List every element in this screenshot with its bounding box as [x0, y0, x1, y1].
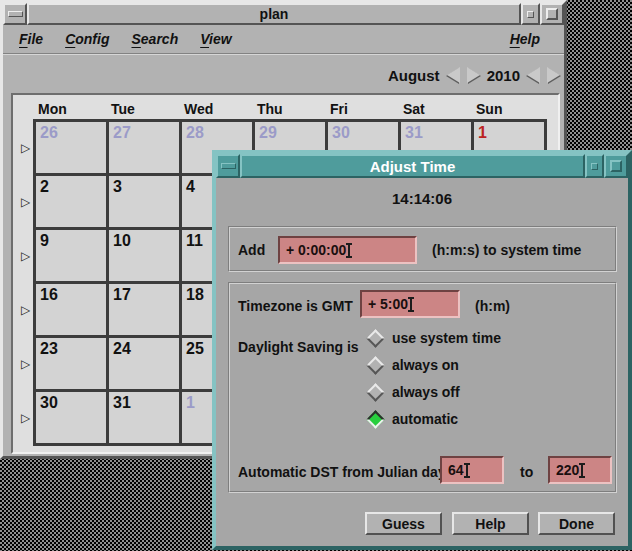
- dialog-titlebar[interactable]: Adjust Time: [216, 154, 628, 178]
- julian-from-field[interactable]: 64: [440, 456, 504, 484]
- week-expand-arrow-icon[interactable]: ▷: [21, 250, 30, 262]
- dialog-maximize-button[interactable]: [604, 154, 628, 178]
- dst-option-always-off[interactable]: always off: [366, 382, 501, 402]
- date-number: 26: [36, 122, 106, 142]
- menu-label-rest: iew: [209, 31, 232, 47]
- calendar-day-cell[interactable]: 24: [109, 338, 179, 389]
- prev-month-arrow-icon[interactable]: [447, 67, 460, 83]
- dialog-window-menu-button[interactable]: [216, 154, 240, 178]
- window-menu-icon: [8, 11, 23, 17]
- day-header-thu: Thu: [255, 101, 328, 117]
- calendar-day-cell[interactable]: 27: [109, 122, 179, 173]
- calendar-day-headers: MonTueWedThuFriSatSun: [36, 101, 547, 117]
- done-button[interactable]: Done: [538, 512, 615, 535]
- date-number: 31: [109, 392, 179, 412]
- plan-window-title: plan: [27, 3, 521, 25]
- date-number: 10: [109, 230, 179, 250]
- timezone-label: Timezone is GMT: [238, 298, 353, 314]
- julian-to-label: to: [520, 464, 533, 480]
- calendar-day-cell[interactable]: 16: [36, 284, 106, 335]
- date-number: 9: [36, 230, 106, 250]
- dialog-body: 14:14:06 Add + 0:00:00 (h:m:s) to system…: [216, 178, 628, 546]
- dst-option-label: always off: [392, 384, 460, 400]
- timezone-dst-group: Timezone is GMT + 5:00 (h:m) Daylight Sa…: [228, 282, 617, 493]
- date-number: 30: [328, 122, 398, 142]
- next-month-arrow-icon[interactable]: [467, 67, 480, 83]
- date-number: 2: [36, 176, 106, 196]
- date-number: 16: [36, 284, 106, 304]
- text-cursor-icon: [348, 244, 350, 257]
- maximize-icon: [610, 160, 622, 172]
- minimize-button[interactable]: [521, 3, 540, 25]
- menu-item-config[interactable]: Config: [65, 31, 109, 47]
- plan-menubar: FileConfigSearchView Help: [3, 25, 564, 55]
- date-number: 17: [109, 284, 179, 304]
- clock-display: 14:14:06: [216, 190, 628, 207]
- window-menu-icon: [221, 163, 236, 169]
- julian-from-value: 64: [448, 462, 464, 478]
- calendar-day-cell[interactable]: 31: [109, 392, 179, 443]
- calendar-day-cell[interactable]: 30: [36, 392, 106, 443]
- day-header-tue: Tue: [109, 101, 182, 117]
- month-label: August: [388, 67, 440, 84]
- adjust-time-dialog: Adjust Time 14:14:06 Add + 0:00:00 (h:m:…: [212, 150, 632, 550]
- radio-diamond-icon: [366, 356, 384, 374]
- dst-option-use-system-time[interactable]: use system time: [366, 328, 501, 348]
- maximize-icon: [546, 8, 558, 20]
- prev-year-arrow-icon[interactable]: [527, 67, 540, 83]
- help-button[interactable]: Help: [452, 512, 529, 535]
- week-expand-arrow-icon[interactable]: ▷: [21, 412, 30, 424]
- week-expand-arrow-icon[interactable]: ▷: [21, 304, 30, 316]
- add-time-group: Add + 0:00:00 (h:m:s) to system time: [228, 226, 617, 272]
- julian-day-label: Automatic DST from Julian day: [238, 464, 446, 480]
- menu-mnemonic: V: [200, 31, 209, 47]
- text-cursor-icon: [466, 464, 468, 477]
- dst-option-always-on[interactable]: always on: [366, 355, 501, 375]
- add-suffix-label: (h:m:s) to system time: [432, 242, 581, 258]
- dst-option-label: automatic: [392, 411, 458, 427]
- menu-item-help[interactable]: Help: [510, 31, 540, 47]
- add-time-field[interactable]: + 0:00:00: [278, 236, 417, 264]
- calendar-day-cell[interactable]: 3: [109, 176, 179, 227]
- menu-item-view[interactable]: View: [200, 31, 231, 47]
- dst-option-automatic[interactable]: automatic: [366, 409, 501, 429]
- date-number: 30: [36, 392, 106, 412]
- menu-item-file[interactable]: File: [19, 31, 43, 47]
- date-number: 27: [109, 122, 179, 142]
- menu-help-mnemonic: H: [510, 31, 520, 47]
- menu-item-search[interactable]: Search: [131, 31, 178, 47]
- week-expand-arrow-icon[interactable]: ▷: [21, 358, 30, 370]
- dialog-minimize-button[interactable]: [585, 154, 604, 178]
- dst-option-label: always on: [392, 357, 459, 373]
- menu-label-rest: ile: [28, 31, 44, 47]
- date-number: 29: [255, 122, 325, 142]
- day-header-fri: Fri: [328, 101, 401, 117]
- day-header-wed: Wed: [182, 101, 255, 117]
- menu-label-rest: earch: [141, 31, 178, 47]
- maximize-button[interactable]: [540, 3, 564, 25]
- menu-label-rest: onfig: [75, 31, 109, 47]
- menu-mnemonic: C: [65, 31, 75, 47]
- calendar-day-cell[interactable]: 17: [109, 284, 179, 335]
- guess-button[interactable]: Guess: [365, 512, 442, 535]
- date-number: 24: [109, 338, 179, 358]
- week-expand-arrow-icon[interactable]: ▷: [21, 142, 30, 154]
- calendar-day-cell[interactable]: 23: [36, 338, 106, 389]
- menu-help-rest: elp: [520, 31, 540, 47]
- calendar-day-cell[interactable]: 2: [36, 176, 106, 227]
- calendar-day-cell[interactable]: 26: [36, 122, 106, 173]
- next-year-arrow-icon[interactable]: [547, 67, 560, 83]
- plan-titlebar[interactable]: plan: [3, 3, 564, 25]
- add-time-value: + 0:00:00: [286, 242, 346, 258]
- radio-diamond-icon: [366, 410, 384, 428]
- julian-to-field[interactable]: 220: [548, 456, 612, 484]
- date-number: 23: [36, 338, 106, 358]
- window-menu-button[interactable]: [3, 3, 27, 25]
- calendar-day-cell[interactable]: 10: [109, 230, 179, 281]
- timezone-field[interactable]: + 5:00: [360, 290, 460, 318]
- dst-option-label: use system time: [392, 330, 501, 346]
- week-expand-arrow-icon[interactable]: ▷: [21, 196, 30, 208]
- day-header-sun: Sun: [474, 101, 547, 117]
- calendar-day-cell[interactable]: 9: [36, 230, 106, 281]
- add-label: Add: [238, 242, 265, 258]
